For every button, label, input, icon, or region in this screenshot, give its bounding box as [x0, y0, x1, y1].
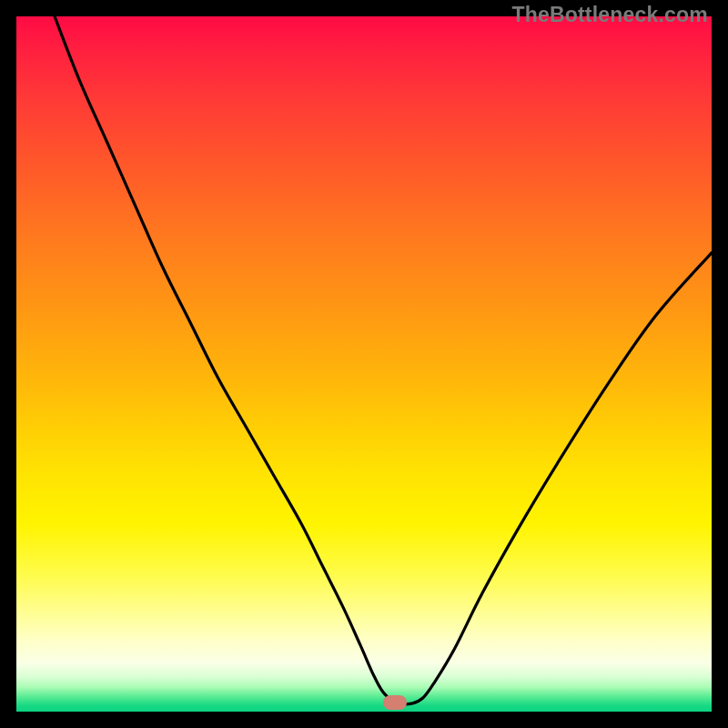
optimum-marker	[383, 695, 407, 710]
watermark-text: TheBottleneck.com	[511, 3, 708, 27]
bottleneck-curve	[16, 16, 712, 712]
plot-area	[16, 16, 712, 712]
chart-frame: TheBottleneck.com	[0, 0, 728, 728]
